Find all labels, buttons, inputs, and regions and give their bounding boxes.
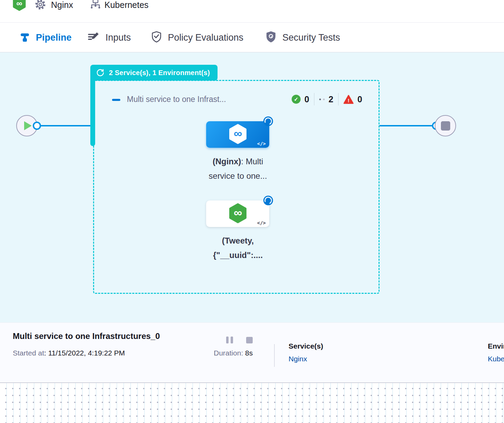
loop-icon bbox=[96, 68, 105, 77]
node-name-line2: service to one... bbox=[209, 171, 267, 180]
pause-button[interactable] bbox=[226, 337, 233, 343]
stage-status-counts: ✓ 0 2 ! 0 bbox=[292, 93, 362, 105]
running-status-icon bbox=[319, 99, 325, 100]
abort-button[interactable] bbox=[246, 337, 253, 343]
node-name-line2: {"__uuid":.... bbox=[213, 250, 263, 260]
environments-column: Environment(s) Kubernetes bbox=[488, 342, 504, 363]
services-value-link[interactable]: Nginx bbox=[289, 355, 323, 363]
environments-value-link[interactable]: Kubernetes bbox=[488, 355, 504, 363]
started-at-label: Started at bbox=[13, 349, 44, 357]
stage-group-badge[interactable]: 2 Service(s), 1 Environment(s) bbox=[90, 65, 218, 81]
duration-line: Duration: 8s bbox=[214, 349, 253, 357]
started-at-value: : 11/15/2022, 4:19:22 PM bbox=[44, 349, 125, 357]
services-column: Service(s) Nginx bbox=[289, 342, 323, 363]
infinity-glyph: ∞ bbox=[16, 0, 22, 8]
running-spinner-badge bbox=[263, 196, 273, 205]
pipeline-canvas[interactable]: 2 Service(s), 1 Environment(s) Multi ser… bbox=[0, 52, 504, 322]
node-name-rest: : Multi bbox=[241, 157, 263, 166]
tab-policy-evaluations[interactable]: Policy Evaluations bbox=[151, 23, 243, 52]
collapse-stage-icon[interactable] bbox=[112, 99, 120, 101]
pipeline-execution-screen: ∞ Nginx Kubernetes bbox=[0, 0, 504, 423]
failed-status-icon: ! bbox=[343, 95, 354, 104]
execution-details-bar: Multi service to one Infrastructures_0 S… bbox=[0, 322, 504, 383]
inputs-edit-icon bbox=[87, 31, 100, 44]
node-name-bold: (Nginx) bbox=[213, 157, 241, 166]
edge-start-to-stage bbox=[37, 125, 93, 126]
code-icon: </> bbox=[257, 220, 266, 226]
tab-security-tests[interactable]: Security Tests bbox=[265, 23, 340, 52]
infinity-glyph: ∞ bbox=[233, 127, 242, 140]
node-name-bold: (Tweety, bbox=[222, 236, 254, 245]
breadcrumb-service-name[interactable]: Nginx bbox=[51, 0, 73, 12]
running-count: 2 bbox=[329, 94, 333, 104]
status-divider bbox=[338, 93, 339, 105]
node-nginx-label: (Nginx): Multi service to one... bbox=[188, 154, 288, 183]
exclamation-glyph: ! bbox=[347, 97, 349, 103]
running-spinner-badge bbox=[263, 116, 273, 126]
stop-icon bbox=[441, 121, 450, 131]
edge-stage-to-end bbox=[380, 125, 436, 126]
dotted-grid-canvas bbox=[0, 383, 504, 423]
start-connector-dot bbox=[33, 122, 41, 130]
breadcrumb: ∞ Nginx Kubernetes bbox=[0, 0, 504, 23]
tab-inputs[interactable]: Inputs bbox=[87, 23, 131, 52]
tab-inputs-label: Inputs bbox=[105, 32, 131, 43]
tab-policy-evaluations-label: Policy Evaluations bbox=[168, 32, 243, 43]
duration-value: 8s bbox=[243, 349, 253, 357]
node-nginx-service[interactable]: ∞ </> bbox=[206, 121, 269, 148]
footer-divider bbox=[274, 344, 275, 367]
service-gear-icon[interactable] bbox=[34, 0, 47, 13]
success-status-icon: ✓ bbox=[292, 95, 301, 104]
node-tweety-label: (Tweety, {"__uuid":.... bbox=[188, 234, 288, 262]
stage-group-badge-label: 2 Service(s), 1 Environment(s) bbox=[109, 69, 210, 77]
breadcrumb-environment-name[interactable]: Kubernetes bbox=[104, 0, 149, 12]
environments-label: Environment(s) bbox=[488, 342, 504, 350]
success-count: 0 bbox=[304, 94, 309, 104]
tab-security-tests-label: Security Tests bbox=[282, 32, 340, 43]
check-glyph: ✓ bbox=[294, 96, 298, 103]
tab-bar: Pipeline Inputs Policy Evaluations bbox=[0, 23, 504, 52]
environment-cluster-icon[interactable] bbox=[89, 0, 102, 13]
pipeline-icon bbox=[20, 31, 30, 44]
execution-title: Multi service to one Infrastructures_0 bbox=[13, 331, 160, 341]
started-at-line: Started at: 11/15/2022, 4:19:22 PM bbox=[13, 349, 125, 357]
duration-label: Duration: bbox=[214, 349, 243, 357]
status-divider bbox=[314, 93, 314, 105]
stage-title: Multi service to one Infrast... bbox=[127, 95, 226, 104]
services-label: Service(s) bbox=[289, 342, 323, 350]
tab-pipeline[interactable]: Pipeline bbox=[20, 23, 72, 52]
harness-step-icon: ∞ bbox=[228, 123, 248, 146]
tab-pipeline-label: Pipeline bbox=[36, 32, 72, 43]
code-icon: </> bbox=[257, 141, 266, 146]
failed-count: 0 bbox=[357, 94, 362, 104]
node-tweety-service[interactable]: ∞ </> bbox=[206, 200, 269, 227]
stage-group-side-bar bbox=[90, 73, 95, 146]
harness-logo-icon: ∞ bbox=[12, 0, 26, 13]
harness-step-icon: ∞ bbox=[228, 203, 248, 225]
shield-scan-icon bbox=[265, 31, 276, 44]
infinity-glyph: ∞ bbox=[233, 206, 242, 219]
play-icon bbox=[24, 121, 32, 130]
pipeline-end-node bbox=[435, 115, 456, 136]
shield-check-icon bbox=[151, 31, 162, 44]
